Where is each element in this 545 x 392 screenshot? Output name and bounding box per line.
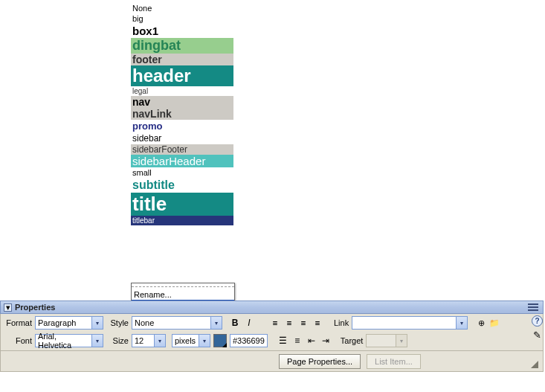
style-item-sidebar[interactable]: sidebar xyxy=(131,132,233,144)
style-item-box1[interactable]: box1 xyxy=(131,24,233,38)
properties-panel-header[interactable]: ▾ Properties xyxy=(0,301,544,314)
properties-title: Properties xyxy=(15,303,55,312)
properties-menu-icon[interactable] xyxy=(528,303,538,311)
align-right-button[interactable]: ≡ xyxy=(297,316,310,330)
style-dropdown-list: None big box1 dingbat footer header lega… xyxy=(131,3,233,225)
quick-tag-editor-icon[interactable]: ✎ xyxy=(532,330,543,341)
style-item-subtitle[interactable]: subtitle xyxy=(131,178,233,193)
font-combo[interactable]: Arial, Helvetica xyxy=(35,334,103,347)
properties-bottom-row: Page Properties... List Item... xyxy=(0,351,544,372)
style-item-header[interactable]: header xyxy=(131,65,233,86)
unordered-list-button[interactable]: ☰ xyxy=(277,334,290,347)
style-item-legal[interactable]: legal xyxy=(131,86,233,96)
resize-grip-icon[interactable] xyxy=(531,361,538,368)
style-item-nav[interactable]: nav xyxy=(131,96,233,108)
size-value: 12 xyxy=(135,336,143,345)
list-item-button: List Item... xyxy=(367,354,421,369)
units-value: pixels xyxy=(175,336,196,345)
align-justify-button[interactable]: ≡ xyxy=(311,316,324,330)
help-icon[interactable]: ? xyxy=(532,315,543,327)
bold-button[interactable]: B xyxy=(228,316,242,330)
menu-rename[interactable]: Rename... xyxy=(132,289,234,300)
text-color-swatch[interactable] xyxy=(213,334,227,347)
page-properties-button[interactable]: Page Properties... xyxy=(279,354,361,369)
style-value: None xyxy=(135,318,154,327)
link-label: Link xyxy=(334,318,349,327)
indent-button[interactable]: ⇥ xyxy=(319,334,332,347)
format-value: Paragraph xyxy=(38,318,76,327)
format-label: Format xyxy=(5,318,32,327)
ordered-list-button[interactable]: ≡ xyxy=(291,334,304,347)
italic-button[interactable]: I xyxy=(242,316,256,330)
style-combo[interactable]: None xyxy=(132,316,222,330)
style-item-none[interactable]: None xyxy=(131,3,233,13)
style-item-promo[interactable]: promo xyxy=(131,120,233,132)
browse-folder-icon[interactable]: 📁 xyxy=(488,317,500,329)
properties-panel-body: Format Paragraph Style None B I ≡ ≡ ≡ ≡ … xyxy=(0,314,544,351)
properties-collapse-toggle[interactable]: ▾ xyxy=(4,303,12,312)
point-to-file-icon[interactable]: ⊕ xyxy=(475,317,487,329)
target-combo xyxy=(366,334,407,347)
outdent-button[interactable]: ⇤ xyxy=(305,334,318,347)
format-combo[interactable]: Paragraph xyxy=(35,316,103,330)
font-value: Arial, Helvetica xyxy=(38,332,91,350)
size-combo[interactable]: 12 xyxy=(132,334,166,347)
style-item-small[interactable]: small xyxy=(131,167,233,178)
style-item-sidebarfooter[interactable]: sidebarFooter xyxy=(131,144,233,155)
style-item-dingbat[interactable]: dingbat xyxy=(131,38,233,54)
align-center-button[interactable]: ≡ xyxy=(283,316,296,330)
align-left-button[interactable]: ≡ xyxy=(268,316,282,330)
font-label: Font xyxy=(5,336,32,345)
style-item-big[interactable]: big xyxy=(131,13,233,24)
text-color-input[interactable]: #336699 xyxy=(230,334,268,347)
target-label: Target xyxy=(341,336,364,345)
menu-divider xyxy=(132,286,234,287)
size-label: Size xyxy=(109,336,129,345)
style-item-navlink[interactable]: navLink xyxy=(131,108,233,120)
style-item-title[interactable]: title xyxy=(131,193,233,216)
link-combo[interactable] xyxy=(352,316,468,330)
units-combo[interactable]: pixels xyxy=(172,334,210,347)
style-item-footer[interactable]: footer xyxy=(131,54,233,65)
style-item-sidebarheader[interactable]: sidebarHeader xyxy=(131,155,233,167)
style-item-titlebar[interactable]: titlebar xyxy=(131,216,233,225)
style-label: Style xyxy=(109,318,129,327)
